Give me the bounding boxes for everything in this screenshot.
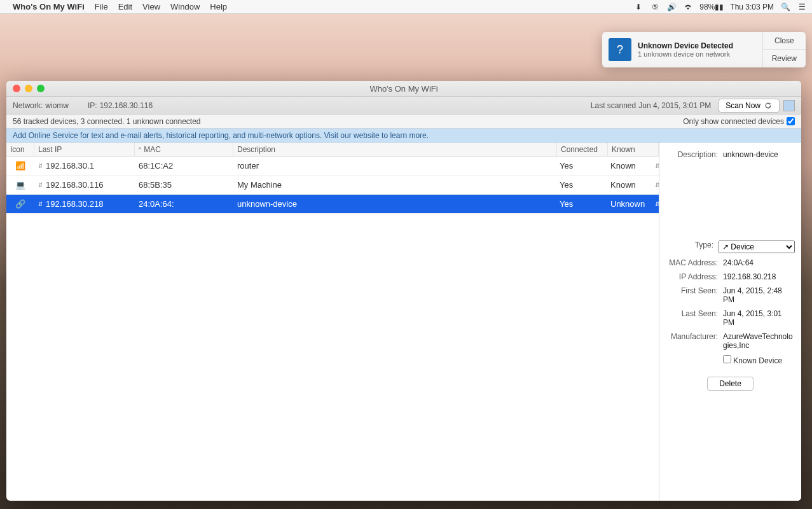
details-panel: Description: unknown-device Type: ↗ Devi…: [659, 143, 801, 501]
menu-view[interactable]: View: [142, 2, 160, 11]
notification-review-button[interactable]: Review: [763, 50, 806, 67]
row-connected: Yes: [556, 180, 607, 190]
notification-app-icon: ?: [609, 38, 631, 61]
menu-edit[interactable]: Edit: [118, 2, 132, 11]
row-description: My Machine: [233, 180, 556, 190]
detail-first-seen-value: Jun 4, 2015, 2:48 PM: [723, 286, 795, 304]
detail-last-seen-value: Jun 4, 2015, 3:01 PM: [723, 309, 795, 327]
detail-manufacturer-value: AzureWaveTechnologies,Inc: [723, 332, 795, 350]
menubar: Who's On My WiFi File Edit View Window H…: [0, 0, 812, 14]
detail-type-label: Type:: [666, 241, 713, 249]
table-header: Icon Last IP ^MAC Description Connected …: [6, 143, 659, 157]
row-chevron-icon[interactable]: ⇵: [651, 163, 659, 169]
delete-button[interactable]: Delete: [707, 377, 754, 391]
row-connected: Yes: [556, 199, 607, 209]
col-icon[interactable]: Icon: [6, 143, 34, 156]
menu-file[interactable]: File: [95, 2, 108, 11]
menu-help[interactable]: Help: [210, 2, 227, 11]
notification-center-icon[interactable]: ☰: [797, 2, 807, 12]
notification-subtitle: 1 unknown device on network: [638, 50, 756, 58]
row-sort-handle[interactable]: ⇵: [34, 163, 42, 169]
row-icon: 📶: [6, 161, 34, 171]
row-description: router: [233, 161, 556, 171]
ip-value: 192.168.30.116: [100, 101, 153, 110]
sort-indicator-icon: ^: [139, 146, 141, 153]
detail-type-select[interactable]: ↗ Device: [719, 241, 795, 253]
row-sort-handle[interactable]: ⇵: [34, 182, 42, 188]
col-mac[interactable]: ^MAC: [135, 143, 233, 156]
row-mac: 68:5B:35: [135, 180, 233, 190]
detail-ip-value: 192.168.30.218: [723, 272, 795, 281]
desktop: ? Unknown Device Detected 1 unknown devi…: [0, 14, 812, 509]
highlight-color-swatch[interactable]: [783, 100, 795, 111]
status-icon-1[interactable]: ⬇: [633, 2, 643, 12]
known-device-checkbox[interactable]: [723, 355, 731, 363]
last-scanned-label: Last scanned: [591, 101, 636, 110]
notification-title: Unknown Device Detected: [638, 41, 756, 50]
row-ip: 192.168.30.218: [42, 199, 135, 209]
col-last-ip[interactable]: Last IP: [34, 143, 135, 156]
filter-label: Only show connected devices: [683, 117, 784, 126]
app-menu[interactable]: Who's On My WiFi: [13, 2, 85, 11]
toolbar: Network: wiomw IP: 192.168.30.116 Last s…: [6, 97, 801, 115]
row-ip: 192.168.30.116: [42, 180, 135, 190]
detail-mac-value: 24:0A:64: [723, 258, 795, 267]
wifi-icon[interactable]: [683, 2, 693, 12]
row-chevron-icon[interactable]: ⇵: [651, 182, 659, 188]
window-zoom-button[interactable]: [37, 85, 45, 92]
window-close-button[interactable]: [13, 85, 20, 92]
row-icon: 🔗: [6, 199, 34, 209]
network-value: wiomw: [45, 101, 69, 110]
titlebar[interactable]: Who's On My WiFi: [6, 81, 801, 97]
detail-description-value[interactable]: unknown-device: [723, 150, 795, 159]
row-known: Known: [607, 161, 651, 171]
col-description[interactable]: Description: [233, 143, 557, 156]
status-bar: 56 tracked devices, 3 connected. 1 unkno…: [6, 115, 801, 129]
promo-banner[interactable]: Add Online Service for text and e-mail a…: [6, 129, 801, 143]
refresh-icon: [764, 101, 773, 110]
row-chevron-icon[interactable]: ⇵: [651, 201, 659, 207]
status-icon-2[interactable]: ⑤: [650, 2, 660, 12]
clock[interactable]: Thu 3:03 PM: [730, 3, 774, 11]
row-known: Known: [607, 180, 651, 190]
device-summary: 56 tracked devices, 3 connected. 1 unkno…: [13, 117, 201, 126]
window-minimize-button[interactable]: [25, 85, 32, 92]
row-mac: 24:0A:64:: [135, 199, 233, 209]
ip-label: IP:: [88, 101, 97, 110]
row-sort-handle[interactable]: ⇵: [34, 201, 42, 207]
table-row[interactable]: 💻⇵192.168.30.11668:5B:35My MachineYesKno…: [6, 176, 659, 195]
table-row[interactable]: 🔗⇵192.168.30.21824:0A:64:unknown-deviceY…: [6, 195, 659, 214]
battery-status[interactable]: 98% ▮▮: [699, 3, 724, 11]
app-window: Who's On My WiFi Network: wiomw IP: 192.…: [6, 81, 801, 501]
detail-mac-label: MAC Address:: [666, 258, 718, 267]
row-mac: 68:1C:A2: [135, 161, 233, 171]
only-connected-checkbox[interactable]: [787, 117, 795, 125]
row-description: unknown-device: [233, 199, 556, 209]
row-icon: 💻: [6, 180, 34, 190]
detail-first-seen-label: First Seen:: [666, 286, 718, 295]
table-row[interactable]: 📶⇵192.168.30.168:1C:A2routerYesKnown⇵: [6, 157, 659, 176]
detail-ip-label: IP Address:: [666, 272, 718, 281]
notification-close-button[interactable]: Close: [763, 32, 806, 50]
row-ip: 192.168.30.1: [42, 161, 135, 171]
scan-now-button[interactable]: Scan Now: [719, 99, 780, 113]
network-label: Network:: [13, 101, 43, 110]
row-known: Unknown: [607, 199, 651, 209]
detail-last-seen-label: Last Seen:: [666, 309, 718, 318]
promo-banner-text: Add Online Service for text and e-mail a…: [13, 131, 429, 140]
window-title: Who's On My WiFi: [6, 84, 801, 94]
volume-icon[interactable]: 🔊: [666, 2, 677, 12]
table-body: 📶⇵192.168.30.168:1C:A2routerYesKnown⇵💻⇵1…: [6, 157, 659, 501]
detail-description-label: Description:: [666, 150, 718, 159]
spotlight-icon[interactable]: 🔍: [780, 2, 790, 12]
known-device-label: Known Device: [733, 356, 782, 365]
col-connected[interactable]: Connected: [557, 143, 608, 156]
menu-window[interactable]: Window: [170, 2, 200, 11]
last-scanned-value: Jun 4, 2015, 3:01 PM: [638, 101, 711, 110]
row-connected: Yes: [556, 161, 607, 171]
device-table: Icon Last IP ^MAC Description Connected …: [6, 143, 659, 501]
detail-manufacturer-label: Manufacturer:: [666, 332, 718, 341]
col-known[interactable]: Known: [608, 143, 659, 156]
notification-banner: ? Unknown Device Detected 1 unknown devi…: [602, 32, 806, 67]
